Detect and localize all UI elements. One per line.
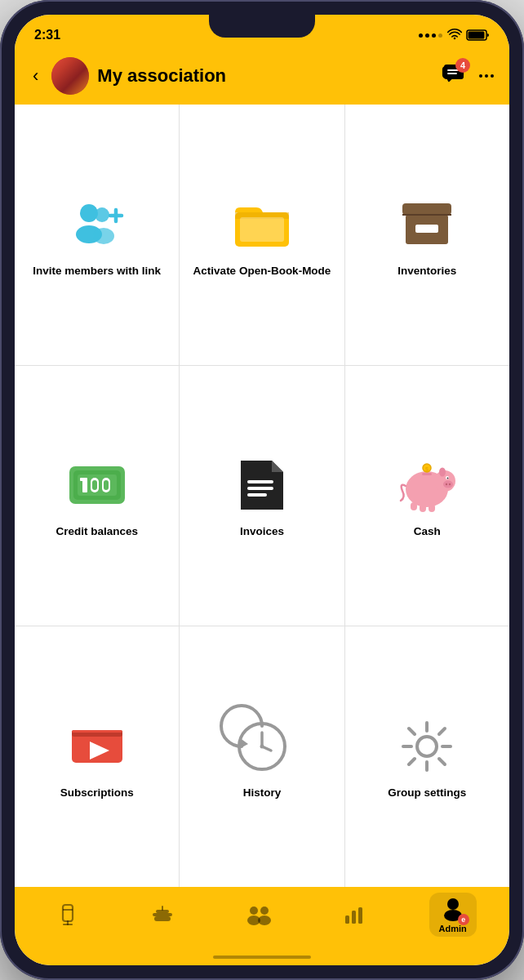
members-icon bbox=[246, 904, 272, 925]
svg-rect-71 bbox=[154, 916, 171, 921]
history-icon bbox=[233, 717, 291, 776]
home-indicator bbox=[15, 949, 509, 965]
status-time: 2:31 bbox=[34, 28, 60, 42]
svg-point-37 bbox=[446, 483, 447, 485]
notch bbox=[209, 15, 315, 38]
grid-item-group-settings[interactable]: Group settings bbox=[345, 626, 509, 887]
svg-rect-78 bbox=[345, 915, 349, 924]
svg-rect-79 bbox=[352, 911, 356, 924]
svg-text:$: $ bbox=[425, 466, 429, 473]
svg-rect-18 bbox=[402, 203, 451, 215]
folder-icon bbox=[233, 195, 291, 254]
grid-label-inventories: Inventories bbox=[397, 264, 456, 278]
svg-line-65 bbox=[409, 759, 415, 764]
svg-point-57 bbox=[417, 737, 437, 756]
grid-label-open-book-mode: Activate Open-Book-Mode bbox=[193, 264, 331, 278]
svg-point-40 bbox=[447, 478, 449, 479]
nav-item-drinks[interactable] bbox=[47, 900, 88, 929]
svg-rect-26 bbox=[80, 478, 83, 481]
header: ‹ My association 4 bbox=[15, 51, 509, 105]
grid-item-invite-members[interactable]: Invite members with link bbox=[15, 105, 179, 365]
more-options-icon[interactable] bbox=[477, 66, 496, 86]
svg-point-8 bbox=[491, 74, 494, 78]
food-icon bbox=[151, 903, 174, 926]
svg-rect-31 bbox=[247, 480, 273, 483]
svg-rect-66 bbox=[63, 905, 73, 921]
battery-icon bbox=[467, 29, 490, 41]
svg-rect-42 bbox=[411, 502, 417, 510]
wifi-icon bbox=[447, 29, 462, 41]
grid-item-history[interactable]: History bbox=[180, 626, 344, 887]
svg-rect-43 bbox=[420, 504, 426, 512]
avatar bbox=[51, 57, 89, 95]
grid-label-invite-members: Invite members with link bbox=[33, 264, 161, 278]
svg-point-74 bbox=[250, 906, 258, 915]
bottom-nav: e Admin bbox=[15, 887, 509, 949]
phone-frame: 2:31 bbox=[0, 0, 524, 980]
grid-label-cash: Cash bbox=[414, 524, 441, 539]
archive-icon bbox=[397, 195, 456, 254]
svg-rect-1 bbox=[468, 32, 485, 39]
stats-icon bbox=[344, 904, 366, 925]
header-actions: 4 bbox=[442, 63, 496, 89]
svg-line-64 bbox=[439, 728, 445, 734]
svg-rect-32 bbox=[247, 487, 273, 490]
grid-label-history: History bbox=[243, 786, 282, 800]
svg-rect-17 bbox=[240, 217, 284, 242]
piggy-icon: $ bbox=[397, 456, 456, 514]
grid-label-credit-balances: Credit balances bbox=[56, 524, 138, 539]
invite-icon bbox=[68, 195, 127, 254]
drink-icon bbox=[57, 903, 78, 926]
back-button[interactable]: ‹ bbox=[28, 64, 43, 88]
svg-marker-53 bbox=[239, 737, 248, 749]
grid-item-credit-balances[interactable]: Credit balances bbox=[15, 366, 179, 626]
svg-rect-33 bbox=[247, 493, 267, 497]
svg-rect-44 bbox=[429, 504, 435, 512]
grid-label-invoices: Invoices bbox=[240, 524, 284, 539]
status-icons bbox=[419, 29, 490, 41]
svg-rect-70 bbox=[153, 913, 172, 916]
grid-item-inventories[interactable]: Inventories bbox=[345, 105, 509, 365]
chat-button[interactable]: 4 bbox=[442, 63, 465, 89]
nav-item-members[interactable] bbox=[236, 901, 282, 929]
svg-point-41 bbox=[439, 468, 446, 477]
settings-icon bbox=[397, 717, 456, 776]
svg-rect-21 bbox=[415, 225, 438, 233]
grid-label-group-settings: Group settings bbox=[388, 786, 466, 800]
svg-point-76 bbox=[260, 906, 269, 915]
svg-point-56 bbox=[260, 744, 264, 748]
svg-point-81 bbox=[447, 898, 459, 910]
grid-item-invoices[interactable]: Invoices bbox=[180, 366, 344, 626]
nav-item-admin[interactable]: e Admin bbox=[429, 893, 477, 937]
grid-item-subscriptions[interactable]: Subscriptions bbox=[15, 626, 179, 887]
grid-label-subscriptions: Subscriptions bbox=[60, 786, 134, 800]
home-bar bbox=[213, 956, 311, 959]
nav-item-food[interactable] bbox=[141, 900, 184, 929]
svg-point-38 bbox=[449, 483, 451, 485]
svg-point-6 bbox=[479, 74, 482, 78]
svg-rect-45 bbox=[422, 473, 432, 475]
svg-point-12 bbox=[93, 228, 114, 244]
nav-item-stats[interactable] bbox=[334, 901, 376, 929]
svg-rect-80 bbox=[358, 907, 362, 924]
signal-dots bbox=[419, 33, 442, 38]
grid-item-open-book-mode[interactable]: Activate Open-Book-Mode bbox=[180, 105, 344, 365]
svg-rect-28 bbox=[92, 480, 97, 490]
svg-point-36 bbox=[443, 481, 453, 488]
credit-icon bbox=[68, 456, 127, 514]
phone-screen: 2:31 bbox=[15, 15, 509, 965]
svg-rect-50 bbox=[72, 730, 122, 733]
svg-rect-30 bbox=[104, 480, 109, 490]
svg-point-11 bbox=[95, 207, 109, 222]
svg-line-62 bbox=[409, 728, 415, 734]
svg-line-63 bbox=[439, 759, 445, 764]
svg-point-7 bbox=[485, 74, 488, 78]
subscription-icon bbox=[68, 717, 127, 776]
invoice-icon bbox=[233, 456, 291, 514]
menu-grid: Invite members with link A bbox=[15, 105, 509, 887]
svg-point-77 bbox=[258, 915, 271, 925]
header-title: My association bbox=[97, 65, 434, 87]
grid-item-cash[interactable]: $ Cash bbox=[345, 366, 509, 626]
notification-badge: 4 bbox=[455, 58, 470, 73]
